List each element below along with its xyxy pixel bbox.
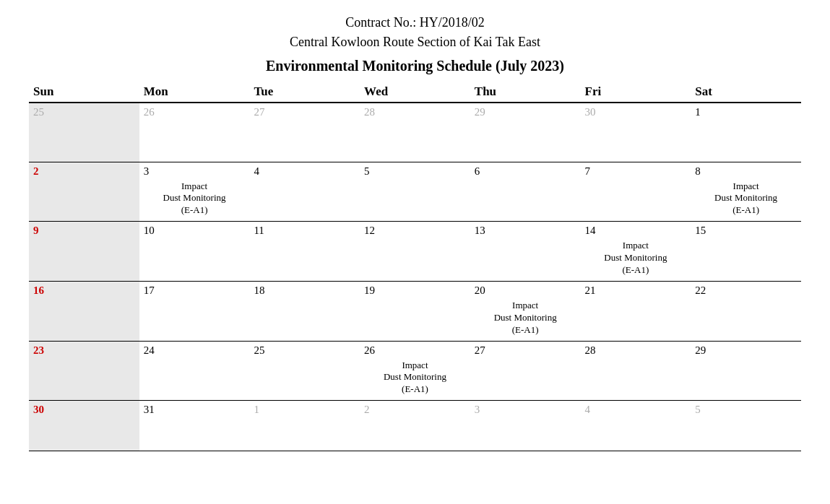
- calendar-header-row: Sun Mon Tue Wed Thu Fri Sat: [29, 82, 801, 103]
- day-number: 27: [475, 344, 576, 357]
- day-number: 30: [585, 106, 687, 118]
- calendar-day-cell: 11: [249, 222, 360, 282]
- calendar-week-row: 1617181920ImpactDust Monitoring(E-A1)212…: [29, 281, 801, 341]
- calendar-day-cell: 1: [691, 103, 801, 162]
- calendar-day-cell: 3: [470, 401, 581, 451]
- day-number: 7: [585, 165, 687, 178]
- calendar-day-cell: 9: [29, 222, 139, 282]
- day-number: 16: [33, 284, 135, 297]
- day-number: 5: [364, 165, 466, 178]
- calendar-day-cell: 13: [470, 222, 581, 282]
- calendar-day-cell: 24: [139, 341, 250, 401]
- day-number: 28: [585, 344, 687, 357]
- day-number: 14: [585, 225, 687, 237]
- calendar-day-cell: 7: [581, 162, 691, 222]
- day-number: 3: [475, 404, 576, 416]
- calendar-day-cell: 25: [249, 341, 360, 401]
- calendar-day-cell: 28: [581, 341, 691, 401]
- day-number: 9: [33, 225, 135, 237]
- calendar-day-cell: 26ImpactDust Monitoring(E-A1): [360, 341, 470, 401]
- day-number: 29: [475, 106, 576, 118]
- contract-line1: Contract No.: HY/2018/02: [290, 13, 540, 32]
- calendar-day-cell: 27: [470, 341, 581, 401]
- calendar-day-cell: 18: [249, 281, 360, 341]
- day-number: 23: [33, 344, 135, 357]
- day-number: 25: [254, 344, 355, 357]
- calendar-week-row: 303112345: [29, 401, 801, 451]
- day-number: 4: [254, 165, 355, 178]
- day-number: 10: [144, 225, 246, 237]
- calendar-day-cell: 4: [249, 162, 360, 222]
- day-number: 27: [254, 106, 355, 118]
- day-number: 2: [364, 404, 466, 416]
- calendar-day-cell: 5: [691, 401, 801, 451]
- calendar-day-cell: 21: [581, 281, 691, 341]
- calendar-day-cell: 30: [581, 103, 691, 162]
- day-number: 8: [695, 165, 797, 178]
- schedule-title: Environmental Monitoring Schedule (July …: [266, 58, 564, 74]
- event-label: ImpactDust Monitoring(E-A1): [364, 360, 466, 396]
- day-number: 5: [695, 404, 797, 416]
- day-number: 17: [144, 284, 246, 297]
- col-wed: Wed: [360, 82, 470, 103]
- calendar-day-cell: 4: [581, 401, 691, 451]
- day-number: 26: [364, 344, 466, 357]
- calendar-week-row: 23ImpactDust Monitoring(E-A1)45678Impact…: [29, 162, 801, 222]
- calendar-week-row: 91011121314ImpactDust Monitoring(E-A1)15: [29, 222, 801, 282]
- calendar-day-cell: 1: [249, 401, 360, 451]
- calendar-day-cell: 29: [470, 103, 581, 162]
- day-number: 12: [364, 225, 466, 237]
- calendar-day-cell: 29: [691, 341, 801, 401]
- day-number: 31: [144, 404, 246, 416]
- calendar-day-cell: 22: [691, 281, 801, 341]
- calendar-day-cell: 8ImpactDust Monitoring(E-A1): [691, 162, 801, 222]
- day-number: 1: [254, 404, 355, 416]
- day-number: 21: [585, 284, 687, 297]
- calendar-day-cell: 12: [360, 222, 470, 282]
- col-sun: Sun: [29, 82, 139, 103]
- calendar-week-row: 2526272829301: [29, 103, 801, 162]
- calendar-day-cell: 6: [470, 162, 581, 222]
- day-number: 15: [695, 225, 797, 237]
- event-label: ImpactDust Monitoring(E-A1): [695, 181, 797, 217]
- day-number: 11: [254, 225, 355, 237]
- calendar: Sun Mon Tue Wed Thu Fri Sat 252627282930…: [29, 82, 801, 451]
- calendar-day-cell: 15: [691, 222, 801, 282]
- event-label: ImpactDust Monitoring(E-A1): [475, 300, 576, 336]
- day-number: 29: [695, 344, 797, 357]
- calendar-day-cell: 10: [139, 222, 250, 282]
- day-number: 3: [144, 165, 246, 178]
- day-number: 19: [364, 284, 466, 297]
- calendar-day-cell: 17: [139, 281, 250, 341]
- calendar-day-cell: 5: [360, 162, 470, 222]
- col-thu: Thu: [470, 82, 581, 103]
- day-number: 25: [33, 106, 135, 118]
- calendar-day-cell: 30: [29, 401, 139, 451]
- day-number: 13: [475, 225, 576, 237]
- day-number: 20: [475, 284, 576, 297]
- day-number: 4: [585, 404, 687, 416]
- col-fri: Fri: [581, 82, 691, 103]
- calendar-day-cell: 2: [360, 401, 470, 451]
- col-tue: Tue: [249, 82, 360, 103]
- day-number: 18: [254, 284, 355, 297]
- header: Contract No.: HY/2018/02 Central Kowloon…: [290, 13, 540, 52]
- calendar-day-cell: 3ImpactDust Monitoring(E-A1): [139, 162, 250, 222]
- day-number: 26: [144, 106, 246, 118]
- calendar-day-cell: 19: [360, 281, 470, 341]
- calendar-day-cell: 16: [29, 281, 139, 341]
- col-mon: Mon: [139, 82, 250, 103]
- calendar-day-cell: 14ImpactDust Monitoring(E-A1): [581, 222, 691, 282]
- event-label: ImpactDust Monitoring(E-A1): [144, 181, 246, 217]
- day-number: 30: [33, 404, 135, 416]
- contract-line2: Central Kowloon Route Section of Kai Tak…: [290, 32, 540, 52]
- day-number: 22: [695, 284, 797, 297]
- calendar-day-cell: 20ImpactDust Monitoring(E-A1): [470, 281, 581, 341]
- calendar-day-cell: 31: [139, 401, 250, 451]
- calendar-day-cell: 23: [29, 341, 139, 401]
- calendar-day-cell: 26: [139, 103, 250, 162]
- calendar-day-cell: 27: [249, 103, 360, 162]
- day-number: 1: [695, 106, 797, 118]
- event-label: ImpactDust Monitoring(E-A1): [585, 240, 687, 277]
- col-sat: Sat: [691, 82, 801, 103]
